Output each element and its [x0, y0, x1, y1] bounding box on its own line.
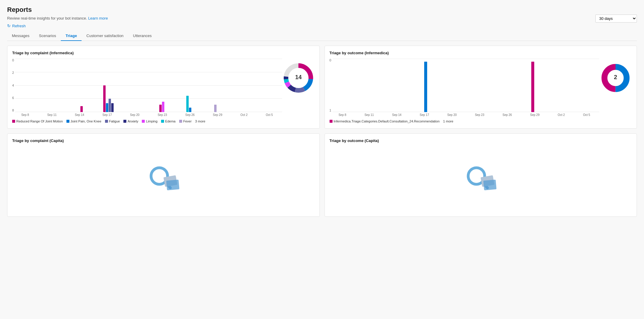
triage-complaint-infermedica-card: Triage by complaint (Infermedica) 8 6 4 …	[7, 46, 320, 129]
tab-triage[interactable]: Triage	[61, 31, 82, 41]
bar-sep26-2	[189, 108, 191, 112]
legend-item-more-outcome[interactable]: 1 more	[443, 119, 453, 123]
bar-group-sep14	[69, 59, 95, 112]
donut-total-outcome: 2	[614, 74, 617, 80]
legend-label-more-complaint: 3 more	[195, 119, 205, 123]
donut-chart-complaint: 14	[282, 62, 315, 94]
y-axis-outcome: 1 0	[330, 59, 331, 112]
legend-item-limping: Limping	[142, 119, 158, 123]
svg-rect-14	[166, 179, 179, 190]
empty-state-complaint-capita	[12, 146, 315, 212]
tab-messages[interactable]: Messages	[7, 31, 34, 41]
bar-group-sep17	[96, 59, 122, 112]
learn-more-link[interactable]: Learn more	[88, 16, 108, 20]
bar-outcome-sep17	[424, 62, 427, 112]
legend-label-more-outcome: 1 more	[443, 119, 453, 123]
bar-sep17-3	[109, 99, 111, 112]
bar-group-outcome-sep8	[333, 59, 359, 112]
page-title: Reports	[7, 6, 108, 14]
donut-complaint: 14	[282, 59, 315, 94]
legend-dot-fever	[179, 120, 182, 123]
legend-dot-reduced-range	[12, 120, 15, 123]
bar-sep29-1	[214, 105, 217, 112]
time-filter-select[interactable]: 30 days 7 days 14 days 60 days 90 days	[595, 15, 637, 23]
bar-group-outcome-oct2	[546, 59, 573, 112]
legend-label-fatigue: Fatigue	[109, 119, 120, 123]
bar-group-sep23	[149, 59, 175, 112]
tab-customer-satisfaction[interactable]: Customer satisfaction	[82, 31, 128, 41]
legend-label-anxiety: Anxiety	[128, 119, 138, 123]
legend-label-edema: Edema	[165, 119, 176, 123]
bar-chart-complaint	[15, 59, 282, 112]
bar-group-outcome-sep23	[466, 59, 492, 112]
tab-bar: Messages Scenarios Triage Customer satis…	[7, 31, 637, 41]
bar-group-outcome-sep20	[439, 59, 465, 112]
legend-outcome: Infermedica.Triage.Categories.Default.Co…	[330, 119, 600, 123]
x-axis-complaint: Sep 8 Sep 11 Sep 14 Sep 17 Sep 20 Sep 23…	[12, 113, 282, 117]
triage-complaint-capita-card: Triage by complaint (Capita)	[7, 133, 320, 217]
legend-label-reduced-range: Reduced Range Of Joint Motion	[16, 119, 63, 123]
legend-label-joint-pain: Joint Pain, One Knee	[71, 119, 101, 123]
legend-complaint: Reduced Range Of Joint Motion Joint Pain…	[12, 119, 282, 123]
bar-sep17-4	[111, 103, 114, 112]
legend-item-fever: Fever	[179, 119, 192, 123]
tab-scenarios[interactable]: Scenarios	[34, 31, 61, 41]
bar-group-outcome-sep26	[493, 59, 519, 112]
chart-title-complaint-capita: Triage by complaint (Capita)	[12, 138, 315, 143]
refresh-icon: ↻	[7, 23, 11, 28]
bar-sep17-2	[106, 103, 108, 112]
bar-group-outcome-sep11	[359, 59, 385, 112]
bar-group-sep11	[42, 59, 68, 112]
legend-item-anxiety: Anxiety	[123, 119, 138, 123]
legend-item-consultation: Infermedica.Triage.Categories.Default.Co…	[330, 119, 440, 123]
legend-item-edema: Edema	[161, 119, 176, 123]
refresh-label: Refresh	[12, 24, 26, 28]
legend-item-fatigue: Fatigue	[105, 119, 120, 123]
legend-dot-limping	[142, 120, 145, 123]
bar-sep23-2	[162, 102, 164, 112]
bar-sep14-1	[80, 106, 83, 112]
donut-outcome: 2	[599, 59, 632, 94]
bar-group-outcome-oct5	[573, 59, 599, 112]
bar-group-outcome-sep29	[520, 59, 546, 112]
donut-total-complaint: 14	[295, 74, 301, 80]
x-axis-outcome: Sep 8 Sep 11 Sep 14 Sep 17 Sep 20 Sep 23…	[330, 113, 600, 117]
tab-utterances[interactable]: Utterances	[128, 31, 156, 41]
page-subtitle: Review real-time insights for your bot i…	[7, 16, 108, 20]
bar-group-sep8	[15, 59, 41, 112]
bar-group-sep20	[122, 59, 148, 112]
bar-group-oct2	[229, 59, 255, 112]
legend-item-more-complaint[interactable]: 3 more	[195, 119, 205, 123]
bar-chart-outcome	[333, 59, 599, 112]
triage-outcome-infermedica-card: Triage by outcome (Infermedica) 1 0	[325, 46, 637, 129]
charts-grid: Triage by complaint (Infermedica) 8 6 4 …	[7, 46, 637, 217]
chart-title-complaint-infermedica: Triage by complaint (Infermedica)	[12, 51, 315, 55]
legend-dot-consultation	[330, 120, 333, 123]
legend-dot-anxiety	[123, 120, 126, 123]
refresh-button[interactable]: ↻ Refresh	[7, 23, 26, 28]
legend-dot-fatigue	[105, 120, 108, 123]
donut-chart-outcome: 2	[599, 62, 632, 94]
legend-dot-edema	[161, 120, 164, 123]
bar-sep17-1	[103, 85, 106, 112]
legend-label-consultation: Infermedica.Triage.Categories.Default.Co…	[334, 119, 440, 123]
bar-group-oct5	[256, 59, 282, 112]
legend-item-reduced-range: Reduced Range Of Joint Motion	[12, 119, 63, 123]
bar-group-sep29	[202, 59, 228, 112]
empty-state-outcome-capita	[330, 146, 632, 212]
no-data-icon-outcome	[461, 160, 500, 199]
legend-label-limping: Limping	[146, 119, 158, 123]
chart-title-outcome-infermedica: Triage by outcome (Infermedica)	[330, 51, 632, 55]
bar-outcome-sep29	[531, 62, 534, 112]
bar-group-outcome-sep17	[413, 59, 439, 112]
legend-label-fever: Fever	[183, 119, 192, 123]
bar-sep26-1	[186, 96, 189, 112]
no-data-icon-complaint	[144, 160, 183, 199]
y-axis-complaint: 8 6 4 2 0	[12, 59, 14, 112]
chart-title-outcome-capita: Triage by outcome (Capita)	[330, 138, 632, 143]
legend-item-joint-pain: Joint Pain, One Knee	[66, 119, 101, 123]
svg-rect-18	[484, 179, 497, 190]
legend-dot-joint-pain	[66, 120, 69, 123]
triage-outcome-capita-card: Triage by outcome (Capita)	[325, 133, 637, 217]
bar-group-outcome-sep14	[386, 59, 412, 112]
